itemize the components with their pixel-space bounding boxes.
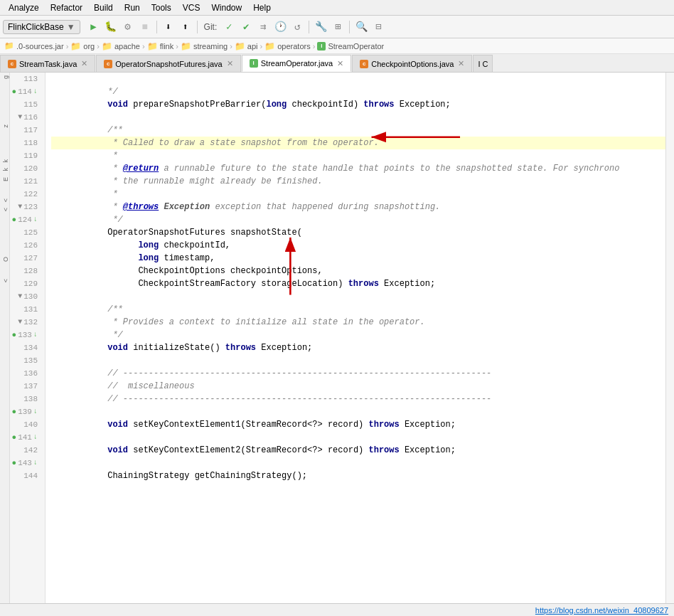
git-label: Git: — [201, 22, 220, 32]
menu-vcs[interactable]: VCS — [177, 1, 206, 14]
terminal-split-button[interactable]: ⊞ — [330, 19, 346, 35]
breadcrumb-sep-7: › — [313, 42, 316, 51]
toolbar-separator-3 — [309, 21, 309, 33]
fold-116[interactable]: ▼ — [18, 111, 22, 124]
git-clock-button[interactable]: 🕐 — [272, 19, 288, 35]
marker-114: ● — [12, 85, 17, 98]
git-push-button[interactable]: ⇉ — [255, 19, 271, 35]
line-132: ▼ 132 — [10, 316, 42, 329]
breadcrumb-sep-2: › — [97, 42, 100, 51]
line-123: ▼ 123 — [10, 201, 42, 213]
down-arrow-124: ↓ — [33, 213, 38, 226]
breadcrumb-api[interactable]: 📁 api — [235, 41, 258, 51]
code-line-133: void initializeState() throws Exception; — [51, 329, 665, 341]
menu-tools[interactable]: Tools — [146, 1, 177, 14]
breadcrumb-sep-4: › — [176, 42, 178, 51]
build-button[interactable]: ⬇ — [161, 19, 176, 35]
code-editor[interactable]: */ void prepareSnapshotPreBarrier(long c… — [46, 73, 665, 603]
folder-icon-flink: 📁 — [147, 41, 158, 51]
folder-icon-operators: 📁 — [264, 41, 275, 51]
marker-143: ● — [12, 457, 17, 469]
side-letter-lt2[interactable]: < — [0, 206, 9, 213]
line-128: 128 — [10, 265, 42, 277]
side-letter-g[interactable]: g — [0, 74, 9, 80]
side-letter-lt3[interactable]: < — [0, 277, 9, 284]
fold-130[interactable]: ▼ — [18, 290, 22, 303]
status-bar: https://blog.csdn.net/weixin_40809627 — [0, 603, 674, 616]
vertical-scrollbar[interactable] — [665, 73, 674, 603]
tab-streamoperator[interactable]: I StreamOperator.java ✕ — [242, 55, 352, 72]
tab-close-streamtask[interactable]: ✕ — [81, 59, 87, 68]
tab-close-streamoperator[interactable]: ✕ — [337, 59, 343, 68]
side-letter-e[interactable]: E — [0, 176, 9, 183]
code-line-139: void setKeyContextElement1(StreamRecord<… — [51, 405, 665, 418]
debug-button[interactable]: 🐛 — [103, 19, 119, 35]
terminal-button[interactable]: ⊟ — [370, 19, 386, 35]
code-line-135: // -------------------------------------… — [51, 354, 665, 367]
tab-operatorsnapshot[interactable]: c OperatorSnapshotFutures.java ✕ — [96, 55, 240, 72]
menu-build[interactable]: Build — [88, 1, 119, 14]
run-button[interactable]: ▶ — [86, 19, 102, 35]
line-137: 137 — [10, 380, 42, 393]
fold-123[interactable]: ▼ — [18, 201, 22, 213]
breadcrumb-flink[interactable]: 📁 flink — [147, 41, 174, 51]
git-revert-button[interactable]: ↺ — [289, 19, 305, 35]
status-url[interactable]: https://blog.csdn.net/weixin_40809627 — [535, 606, 668, 615]
line-121: 121 — [10, 175, 42, 188]
editor-wrapper: 113 ● 114 ↓ 115 ▼ 116 117 118 119 120 12 — [10, 73, 674, 603]
menu-help[interactable]: Help — [247, 1, 277, 14]
line-126: 126 — [10, 239, 42, 252]
project-name: FlinkClickBase — [8, 22, 64, 32]
breadcrumb-streamoperator[interactable]: I StreamOperator — [317, 42, 384, 51]
folder-icon-api: 📁 — [235, 41, 245, 51]
code-line-116: /** — [51, 111, 665, 124]
tab-streamtask[interactable]: c StreamTask.java ✕ — [0, 55, 95, 72]
marker-139: ● — [12, 405, 17, 418]
search-button[interactable]: 🔍 — [353, 19, 369, 35]
project-selector[interactable]: FlinkClickBase ▼ — [3, 20, 80, 34]
side-letter-o[interactable]: O — [0, 255, 9, 263]
tab-icon-operatorsnapshot: c — [104, 60, 112, 68]
breadcrumb-jar[interactable]: 📁 .0-sources.jar — [4, 41, 64, 51]
folder-icon-streaming: 📁 — [181, 41, 191, 51]
tab-checkpointoptions[interactable]: c CheckpointOptions.java ✕ — [352, 55, 472, 72]
side-letter-lt[interactable]: < — [0, 197, 9, 203]
toolbar: FlinkClickBase ▼ ▶ 🐛 ⚙ ■ ⬇ ⬆ Git: ✓ ✔ ⇉ … — [0, 16, 674, 38]
side-letter-z[interactable]: z — [0, 123, 9, 129]
chevron-down-icon: ▼ — [67, 22, 75, 32]
down-arrow-143: ↓ — [33, 457, 38, 469]
stop-button[interactable]: ■ — [137, 19, 153, 35]
menu-refactor[interactable]: Refactor — [45, 1, 88, 14]
breadcrumb-apache[interactable]: 📁 apache — [102, 41, 140, 51]
tab-close-operatorsnapshot[interactable]: ✕ — [227, 59, 233, 68]
folder-icon-apache: 📁 — [102, 41, 112, 51]
fold-132[interactable]: ▼ — [18, 316, 22, 329]
side-letter-k2[interactable]: k — [0, 166, 9, 173]
build-all-button[interactable]: ⬆ — [178, 19, 193, 35]
menu-analyze[interactable]: Analyze — [3, 1, 45, 14]
code-line-143: ChainingStrategy getChainingStrategy(); — [51, 457, 665, 469]
tab-close-checkpointoptions[interactable]: ✕ — [458, 59, 464, 68]
breadcrumb-org[interactable]: 📁 org — [70, 41, 95, 51]
line-125: 125 — [10, 226, 42, 239]
down-arrow-114: ↓ — [33, 85, 38, 98]
line-117: 117 — [10, 124, 42, 137]
line-143: ● 143 ↓ — [10, 457, 42, 469]
git-check-button[interactable]: ✓ — [221, 19, 237, 35]
side-letter-k[interactable]: k — [0, 158, 9, 164]
tab-more[interactable]: I C — [473, 55, 493, 72]
maven-button[interactable]: 🔧 — [313, 19, 328, 35]
line-131: 131 — [10, 303, 42, 316]
line-138: 138 — [10, 393, 42, 405]
line-127: 127 — [10, 252, 42, 265]
coverage-button[interactable]: ⚙ — [120, 19, 136, 35]
menu-window[interactable]: Window — [205, 1, 247, 14]
git-tick-button[interactable]: ✔ — [238, 19, 254, 35]
breadcrumb-sep-1: › — [66, 42, 69, 51]
menu-run[interactable]: Run — [119, 1, 146, 14]
breadcrumb-streaming[interactable]: 📁 streaming — [181, 41, 228, 51]
line-114: ● 114 ↓ — [10, 85, 42, 98]
editor-area: g z k k E < < O < 113 ● 114 ↓ 115 ▼ 116 — [0, 73, 674, 603]
breadcrumb-operators[interactable]: 📁 operators — [264, 41, 310, 51]
line-136: 136 — [10, 367, 42, 380]
